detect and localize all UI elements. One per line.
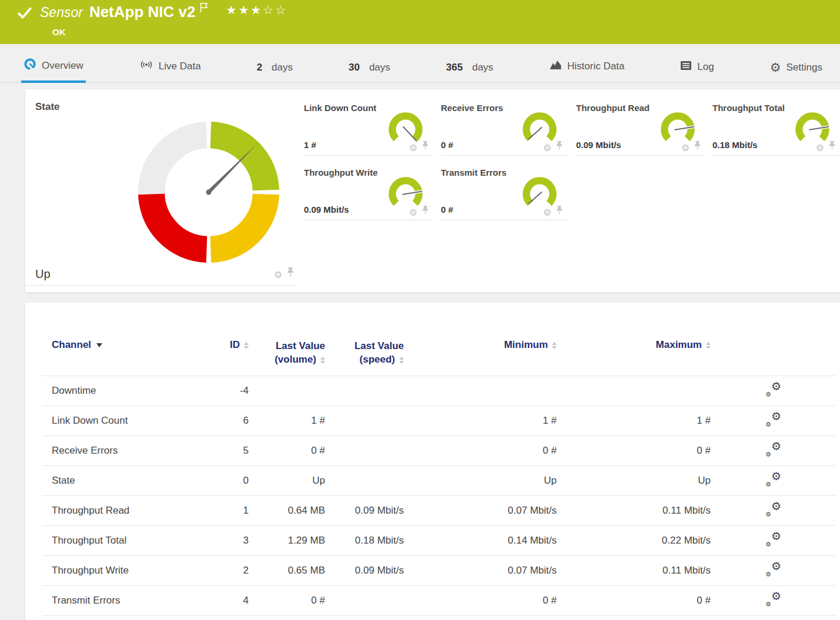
tab-historic-data[interactable]: Historic Data: [547, 59, 627, 82]
gauge-tile-transmit-errors: Transmit Errors 0 # ⚙: [441, 162, 567, 220]
table-row-receive-errors: Receive Errors 5 0 # 0 # 0 # ⚙⚙: [42, 435, 835, 465]
cell-id: 0: [219, 465, 249, 495]
cell-id: 4: [219, 585, 249, 615]
channel-settings-gear-icon[interactable]: ⚙⚙: [765, 471, 781, 487]
tab-settings[interactable]: ⚙ Settings: [768, 62, 825, 82]
column-header-id[interactable]: ID: [219, 303, 249, 376]
priority-stars[interactable]: ★★★☆☆: [226, 3, 287, 17]
pin-icon[interactable]: [556, 206, 563, 217]
column-header-last-value-speed[interactable]: Last Value (speed): [326, 303, 404, 376]
cell-id: 3: [219, 525, 249, 555]
tab-365-days[interactable]: 365 days: [444, 62, 496, 82]
column-header-sublabel: (volume): [275, 354, 316, 365]
cell-last-value-volume: [249, 376, 326, 405]
gauge-value: 0 #: [441, 140, 453, 150]
sort-icon: [244, 342, 249, 349]
gear-icon: ⚙: [770, 62, 781, 73]
sensor-tab-bar: Overview Live Data 2 days 30 days 365 da…: [0, 44, 840, 83]
channel-settings-gear-icon[interactable]: ⚙⚙: [765, 441, 781, 457]
gauge-value: 0.18 Mbit/s: [712, 140, 758, 150]
table-row-throughput-write: Throughput Write 2 0.65 MB 0.09 Mbit/s 0…: [42, 555, 835, 585]
pin-icon[interactable]: [422, 206, 429, 217]
favorite-flag-icon[interactable]: [199, 2, 209, 16]
channel-settings-gear-icon[interactable]: ⚙⚙: [765, 411, 781, 427]
cell-channel: State: [42, 465, 219, 495]
gauge-tile-receive-errors: Receive Errors 0 # ⚙: [441, 97, 567, 156]
column-header-id-label: ID: [230, 339, 240, 350]
tab-live-data[interactable]: Live Data: [137, 59, 203, 82]
channel-settings-gear-icon[interactable]: ⚙⚙: [765, 381, 781, 397]
gauge-title: Link Down Count: [304, 103, 376, 113]
tab-historic-data-label: Historic Data: [567, 61, 624, 72]
pin-icon[interactable]: [694, 141, 701, 152]
gauge-value: 0.09 Mbit/s: [576, 140, 621, 150]
gauge-tile-throughput-read: Throughput Read 0.09 Mbit/s ⚙: [576, 97, 705, 156]
cell-minimum: 0.14 Mbit/s: [404, 525, 557, 555]
cell-last-value-volume: 1.29 MB: [249, 525, 326, 555]
cell-id: -4: [219, 376, 249, 405]
tab-overview-label: Overview: [42, 60, 83, 72]
tab-365-days-number: 365: [446, 62, 463, 73]
column-header-maximum[interactable]: Maximum: [557, 303, 711, 376]
cell-channel: Link Down Count: [42, 405, 219, 435]
tab-overview[interactable]: Overview: [21, 58, 86, 82]
table-row-downtime: Downtime -4 ⚙⚙: [42, 376, 835, 405]
table-row-throughput-total: Throughput Total 3 1.29 MB 0.18 Mbit/s 0…: [42, 525, 835, 555]
tab-log-label: Log: [697, 61, 714, 73]
channel-settings-gear-icon[interactable]: ⚙⚙: [765, 561, 781, 577]
cell-maximum: Up: [557, 465, 711, 495]
cell-channel: Throughput Read: [42, 495, 219, 525]
channel-settings-gear-icon[interactable]: ⚙⚙: [765, 501, 781, 517]
gear-icon[interactable]: ⚙: [816, 144, 824, 152]
column-header-channel[interactable]: Channel: [42, 303, 219, 376]
pin-icon[interactable]: [829, 141, 835, 152]
channel-settings-gear-icon[interactable]: ⚙⚙: [765, 531, 781, 547]
pin-icon[interactable]: [422, 141, 429, 152]
column-header-minimum[interactable]: Minimum: [404, 303, 557, 376]
pin-icon[interactable]: [287, 267, 294, 279]
status-check-icon: [16, 5, 33, 44]
gear-icon[interactable]: ⚙: [681, 144, 690, 152]
sort-icon: [399, 357, 404, 364]
tab-30-days-number: 30: [349, 62, 360, 73]
cell-last-value-speed: 0.09 Mbit/s: [326, 495, 404, 525]
channel-settings-gear-icon[interactable]: ⚙⚙: [765, 591, 781, 606]
tab-2-days-number: 2: [257, 62, 262, 73]
state-gauge: [133, 117, 284, 267]
cell-minimum: 1 #: [404, 405, 557, 435]
cell-minimum: 0 #: [404, 435, 557, 465]
gear-icon[interactable]: ⚙: [274, 271, 282, 279]
sensor-status-text: OK: [52, 27, 287, 37]
sensor-status-banner: Sensor NetApp NIC v2 ★★★☆☆ OK: [0, 0, 840, 44]
column-header-minimum-label: Minimum: [504, 339, 548, 350]
tab-log[interactable]: Log: [678, 61, 716, 82]
column-header-last-value-volume[interactable]: Last Value (volume): [249, 303, 326, 376]
cell-last-value-speed: 0.09 Mbit/s: [326, 555, 404, 585]
sensor-name: NetApp NIC v2: [89, 3, 196, 21]
cell-channel: Receive Errors: [42, 435, 219, 465]
cell-id: 2: [219, 555, 249, 585]
table-row-throughput-read: Throughput Read 1 0.64 MB 0.09 Mbit/s 0.…: [42, 495, 835, 525]
channel-table-header-row: Channel ID Last Value (volume) Last Valu…: [42, 303, 835, 376]
gauge-title: Receive Errors: [441, 103, 503, 113]
pin-icon[interactable]: [556, 141, 563, 152]
cell-id: 1: [219, 495, 249, 525]
sort-icon: [706, 342, 711, 349]
cell-maximum: 0.22 Mbit/s: [557, 525, 711, 555]
tab-30-days[interactable]: 30 days: [346, 62, 393, 82]
cell-last-value-speed: 0.18 Mbit/s: [326, 525, 404, 555]
tab-365-days-label: days: [472, 62, 493, 73]
gauge-title: Transmit Errors: [441, 167, 507, 177]
gear-icon[interactable]: ⚙: [409, 209, 417, 217]
gear-icon[interactable]: ⚙: [543, 144, 551, 152]
tab-2-days[interactable]: 2 days: [255, 62, 295, 82]
gauge-value: 0.09 Mbit/s: [304, 205, 349, 215]
channel-table-panel: Channel ID Last Value (volume) Last Valu…: [25, 303, 840, 620]
cell-last-value-volume: Up: [249, 465, 326, 495]
gear-icon[interactable]: ⚙: [543, 209, 551, 217]
tab-30-days-label: days: [369, 62, 390, 73]
gear-icon[interactable]: ⚙: [409, 144, 417, 152]
live-signal-icon: [139, 59, 153, 73]
cell-last-value-speed: [326, 405, 404, 435]
sort-icon: [552, 342, 557, 349]
